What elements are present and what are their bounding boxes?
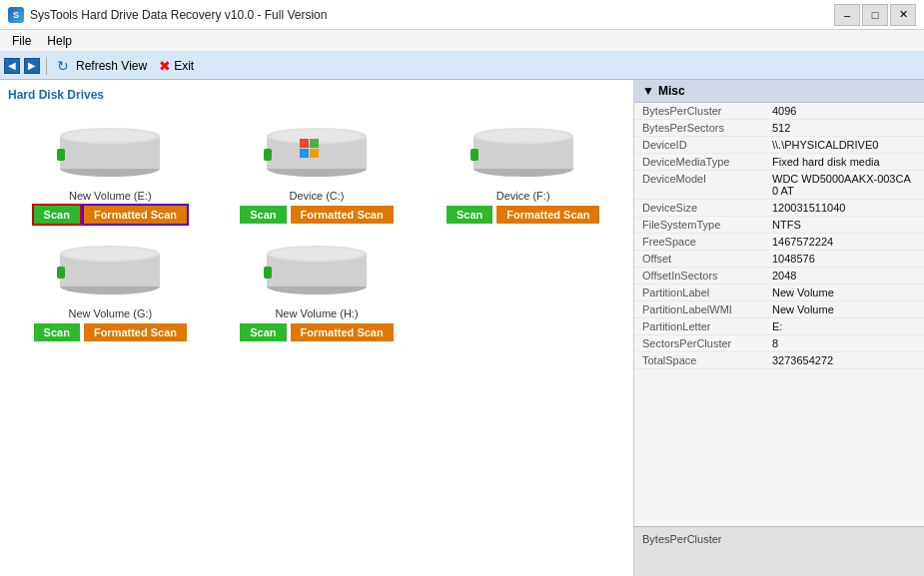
app-icon: S [8,7,24,23]
drive-label-g: New Volume (G:) [68,307,152,319]
prop-value: New Volume [764,285,924,301]
prop-row: DeviceID\\.\PHYSICALDRIVE0 [634,137,924,154]
prop-row: PartitionLabelNew Volume [634,285,924,301]
prop-value: 1467572224 [764,234,924,251]
drive-item-f: Device (F:)ScanFormatted Scan [425,116,621,224]
drive-label-h: New Volume (H:) [275,307,358,319]
prop-row: DeviceModelWDC WD5000AAKX-003CA0 AT [634,171,924,200]
menu-file[interactable]: File [4,32,39,50]
prop-value: \\.\PHYSICALDRIVE0 [764,137,924,154]
svg-rect-9 [264,149,272,161]
drive-buttons-c: ScanFormatted Scan [240,206,393,224]
prop-value: 3273654272 [764,352,924,369]
bottom-label: BytesPerCluster [642,533,721,545]
props-header: ▼ Misc [634,80,924,103]
prop-key: DeviceMediaType [634,154,764,171]
drive-buttons-e: ScanFormatted Scan [34,206,187,224]
toolbar-separator [46,57,47,75]
title-bar-left: S SysTools Hard Drive Data Recovery v10.… [8,7,327,23]
svg-rect-4 [57,149,65,161]
drive-item-h: New Volume (H:)ScanFormatted Scan [219,234,416,341]
main-layout: Hard Disk Drives New Volume (E:)ScanForm… [0,80,924,576]
formatted-scan-button-f[interactable]: Formatted Scan [496,206,599,224]
drive-item-g: New Volume (G:)ScanFormatted Scan [12,234,209,341]
prop-value: 1048576 [764,251,924,268]
properties-table: BytesPerCluster4096BytesPerSectors512Dev… [634,103,924,369]
refresh-icon: ↻ [57,58,73,74]
drive-buttons-h: ScanFormatted Scan [240,323,393,341]
menu-help[interactable]: Help [39,32,80,50]
scan-button-h[interactable]: Scan [240,323,286,341]
scan-button-g[interactable]: Scan [34,323,80,341]
scan-button-f[interactable]: Scan [447,206,492,224]
svg-point-3 [65,130,155,142]
prop-row: DeviceMediaTypeFixed hard disk media [634,154,924,171]
prop-value: 120031511040 [764,200,924,217]
drive-label-f: Device (F:) [496,190,550,202]
prop-key: DeviceSize [634,200,764,217]
prop-value: NTFS [764,217,924,234]
prop-key: FreeSpace [634,234,764,251]
prop-value: New Volume [764,301,924,318]
prop-value: Fixed hard disk media [764,154,924,171]
left-panel: Hard Disk Drives New Volume (E:)ScanForm… [0,80,634,576]
svg-rect-11 [310,139,319,148]
refresh-label: Refresh View [76,59,147,73]
formatted-scan-button-c[interactable]: Formatted Scan [291,206,394,224]
scan-button-e[interactable]: Scan [34,206,80,224]
props-section-label: Misc [658,84,685,98]
close-button[interactable]: ✕ [890,4,916,26]
refresh-action[interactable]: ↻ Refresh View [53,56,151,76]
prop-row: PartitionLetterE: [634,318,924,335]
scan-button-c[interactable]: Scan [240,206,286,224]
svg-point-17 [478,130,568,142]
prop-value: 4096 [764,103,924,120]
prop-key: DeviceModel [634,171,764,200]
drive-item-c: Device (C:)ScanFormatted Scan [219,116,416,224]
prop-value: 2048 [764,268,924,285]
drive-icon-h [257,234,377,303]
formatted-scan-button-e[interactable]: Formatted Scan [84,206,187,224]
prop-row: BytesPerCluster4096 [634,103,924,120]
right-panel: ▼ Misc BytesPerCluster4096BytesPerSector… [634,80,924,576]
prop-key: PartitionLabel [634,285,764,301]
collapse-icon[interactable]: ▼ [642,84,654,98]
section-title: Hard Disk Drives [8,88,625,102]
maximize-button[interactable]: □ [862,4,888,26]
prop-value: 512 [764,120,924,137]
nav-next-button[interactable]: ▶ [24,58,40,74]
prop-row: FreeSpace1467572224 [634,234,924,251]
formatted-scan-button-h[interactable]: Formatted Scan [291,323,394,341]
prop-value: 8 [764,335,924,352]
exit-label: Exit [174,59,194,73]
prop-key: FileSystemType [634,217,764,234]
prop-row: BytesPerSectors512 [634,120,924,137]
prop-row: DeviceSize120031511040 [634,200,924,217]
svg-rect-28 [264,267,272,279]
prop-row: SectorsPerCluster8 [634,335,924,352]
svg-rect-13 [310,149,319,158]
prop-row: FileSystemTypeNTFS [634,217,924,234]
svg-rect-10 [300,139,309,148]
drive-icon-f [463,116,583,186]
drive-icon-e [50,116,170,186]
formatted-scan-button-g[interactable]: Formatted Scan [84,323,187,341]
exit-action[interactable]: ✖ Exit [155,56,198,76]
prop-key: Offset [634,251,764,268]
minimize-button[interactable]: – [834,4,860,26]
title-controls: – □ ✕ [834,4,916,26]
svg-rect-23 [57,267,65,279]
bottom-info: BytesPerCluster [634,526,924,576]
svg-point-27 [272,248,362,260]
prop-key: OffsetInSectors [634,268,764,285]
drives-grid: New Volume (E:)ScanFormatted Scan Device… [8,112,625,345]
exit-icon: ✖ [159,58,171,74]
drive-buttons-f: ScanFormatted Scan [447,206,599,224]
properties-section: ▼ Misc BytesPerCluster4096BytesPerSector… [634,80,924,526]
prop-row: OffsetInSectors2048 [634,268,924,285]
drive-buttons-g: ScanFormatted Scan [34,323,187,341]
title-bar: S SysTools Hard Drive Data Recovery v10.… [0,0,924,30]
svg-rect-18 [470,149,478,161]
nav-prev-button[interactable]: ◀ [4,58,20,74]
drive-label-e: New Volume (E:) [69,190,152,202]
